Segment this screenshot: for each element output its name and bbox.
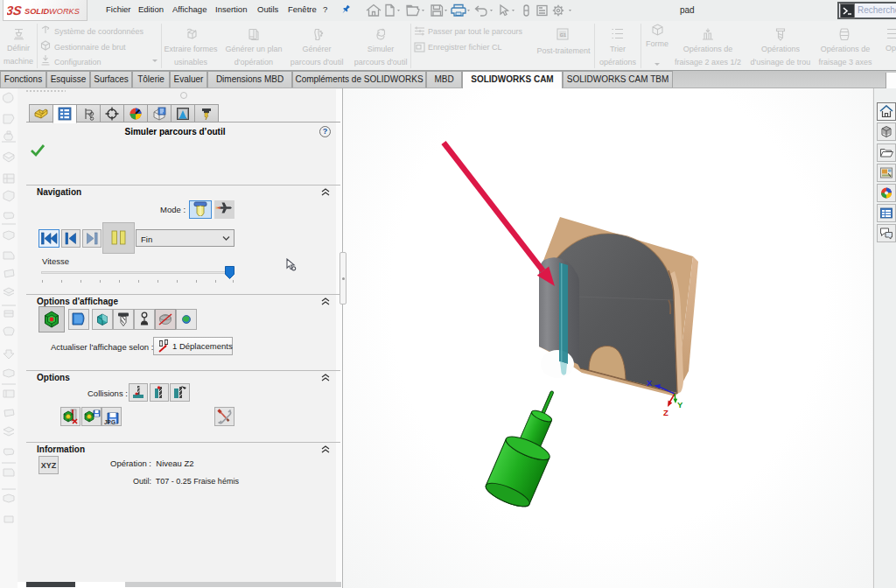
svg-text:3S: 3S: [7, 4, 23, 18]
svg-text:JPG: JPG: [104, 419, 116, 425]
svg-text:SOLIDWORKS: SOLIDWORKS: [24, 7, 80, 16]
svg-text:Z: Z: [663, 408, 668, 417]
svg-text:Y: Y: [677, 400, 683, 410]
svg-text:X: X: [647, 378, 653, 388]
svg-text:G1: G1: [560, 32, 566, 38]
